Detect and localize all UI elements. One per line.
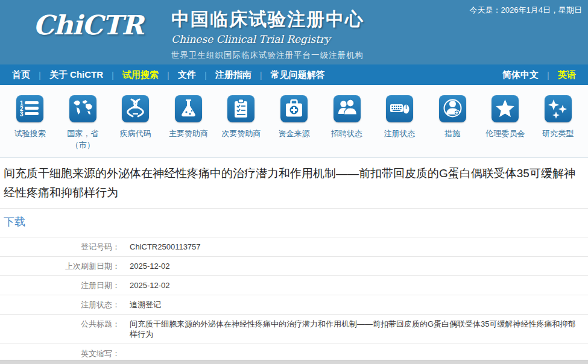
site-header: 今天是：2026年1月4日，星期日 ChiCTR 中国临床试验注册中心 Chin… — [0, 0, 588, 64]
iconbar-item-10[interactable]: 伦理委员会 — [479, 95, 532, 157]
lang-item-1[interactable]: 简体中文 — [499, 69, 542, 81]
iconbar-item-7[interactable]: 招聘状态 — [320, 95, 373, 157]
iconbar-item-label: 伦理委员会 — [479, 128, 532, 139]
iconbar-item-label: 注册状态 — [373, 128, 426, 139]
brand-block: 中国临床试验注册中心 Chinese Clinical Trial Regist… — [171, 7, 364, 61]
field-label: 注册日期： — [0, 276, 124, 295]
nav-item-5[interactable]: 注册指南 — [212, 69, 255, 81]
iconbar-item-5[interactable]: 次要赞助商 — [215, 95, 268, 157]
iconbar-item-label: 主要赞助商 — [162, 128, 215, 139]
field-label: 公共标题： — [0, 315, 124, 344]
field-value: 2025-12-02 — [124, 276, 588, 295]
download-link[interactable]: 下载 — [4, 215, 25, 229]
today-date: 今天是：2026年1月4日，星期日 — [470, 5, 582, 16]
field-value: ChiCTR2500113757 — [124, 237, 588, 257]
svg-text:3: 3 — [20, 111, 24, 118]
nav-item-3[interactable]: 试用搜索 — [119, 69, 162, 81]
page: 今天是：2026年1月4日，星期日 ChiCTR 中国临床试验注册中心 Chin… — [0, 0, 588, 364]
nav-item-1[interactable]: 首页 — [8, 69, 34, 81]
iconbar-item-1[interactable]: 123试验搜索 — [4, 95, 57, 157]
iconbar-item-label: 措施 — [426, 128, 479, 139]
chictr-logo[interactable]: ChiCTR — [33, 10, 143, 40]
iconbar-item-3[interactable]: 疾病代码 — [109, 95, 162, 157]
iconbar-item-label: 疾病代码 — [109, 128, 162, 139]
iconbar-item-6[interactable]: 资金来源 — [268, 95, 321, 157]
numbered-list-icon: 123 — [16, 95, 43, 122]
site-title-en: Chinese Clinical Trial Registry — [171, 33, 364, 45]
divider — [0, 208, 588, 209]
keyboard-mouse-icon — [386, 95, 413, 122]
search-filter-iconbar: 123试验搜索国家，省（市）疾病代码主要赞助商次要赞助商资金来源招聘状态注册状态… — [0, 85, 588, 158]
nav-item-2[interactable]: 关于 ChiCTR — [46, 69, 107, 81]
people-icon — [334, 95, 361, 122]
sparkles-icon — [545, 95, 572, 122]
main-nav: 首页|关于 ChiCTR|试用搜索|文件|注册指南|常见问题解答 简体中文|英语 — [0, 64, 588, 85]
site-subtitle: 世界卫生组织国际临床试验注册平台一级注册机构 — [171, 50, 364, 61]
medical-bag-icon — [280, 95, 308, 122]
nav-separator: | — [107, 70, 119, 80]
field-row: 注册日期：2025-12-02 — [0, 276, 588, 295]
field-label: 上次刷新日期： — [0, 257, 124, 276]
doctor-icon — [439, 95, 466, 122]
field-row: 注册状态：追溯登记 — [0, 295, 588, 315]
field-value: 2025-12-02 — [124, 257, 588, 276]
field-row: 登记号码：ChiCTR2500113757 — [0, 237, 588, 257]
nav-separator: | — [34, 70, 46, 80]
field-row: 上次刷新日期：2025-12-02 — [0, 257, 588, 276]
dna-icon — [122, 95, 149, 122]
iconbar-item-label: 国家，省（市） — [57, 128, 110, 151]
nav-item-4[interactable]: 文件 — [174, 69, 200, 81]
iconbar-item-label: 研究类型 — [531, 128, 584, 139]
star-icon — [492, 95, 519, 122]
page-title: 间充质干细胞来源的外泌体在神经性疼痛中的治疗潜力和作用机制——前扣带回皮质的G蛋… — [4, 164, 583, 202]
field-row: 公共标题：间充质干细胞来源的外泌体在神经性疼痛中的治疗潜力和作用机制——前扣带回… — [0, 315, 588, 344]
trial-fields-table: 登记号码：ChiCTR2500113757上次刷新日期：2025-12-02注册… — [0, 237, 588, 364]
iconbar-item-label: 资金来源 — [268, 128, 321, 139]
iconbar-item-label: 试验搜索 — [4, 128, 57, 139]
trial-detail-content: 间充质干细胞来源的外泌体在神经性疼痛中的治疗潜力和作用机制——前扣带回皮质的G蛋… — [0, 164, 588, 364]
iconbar-item-8[interactable]: 注册状态 — [373, 95, 426, 157]
lang-item-2[interactable]: 英语 — [554, 69, 580, 81]
iconbar-item-label: 招聘状态 — [320, 128, 373, 139]
field-label: 登记号码： — [0, 237, 124, 257]
language-switcher: 简体中文|英语 — [499, 69, 580, 81]
flask-icon — [175, 95, 202, 122]
iconbar-item-11[interactable]: 研究类型 — [531, 95, 584, 157]
checklist-clipboard-icon — [227, 95, 254, 122]
iconbar-item-9[interactable]: 措施 — [426, 95, 479, 157]
field-value: 间充质干细胞来源的外泌体在神经性疼痛中的治疗潜力和作用机制——前扣带回皮质的G蛋… — [124, 315, 588, 344]
iconbar-item-4[interactable]: 主要赞助商 — [162, 95, 215, 157]
field-value: 追溯登记 — [124, 295, 588, 315]
nav-separator: | — [255, 70, 267, 80]
nav-separator: | — [162, 70, 174, 80]
nav-item-6[interactable]: 常见问题解答 — [267, 69, 329, 81]
nav-items: 首页|关于 ChiCTR|试用搜索|文件|注册指南|常见问题解答 — [8, 69, 329, 81]
field-label: 注册状态： — [0, 295, 124, 315]
bottom-bar — [0, 360, 588, 364]
nav-separator: | — [200, 70, 212, 80]
world-map-icon — [69, 95, 96, 122]
site-title-cn: 中国临床试验注册中心 — [171, 7, 364, 32]
iconbar-item-2[interactable]: 国家，省（市） — [57, 95, 110, 157]
nav-separator: | — [542, 70, 554, 80]
iconbar-item-label: 次要赞助商 — [215, 128, 268, 139]
